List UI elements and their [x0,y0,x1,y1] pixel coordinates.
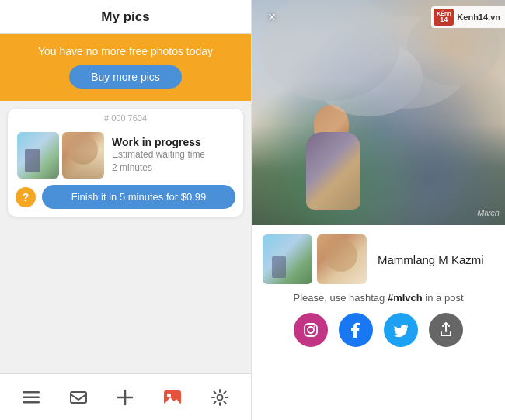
kenh14-logo: KÊnh 14 [434,9,454,26]
card-action-row: ? Finish it in 5 minutes for $0.99 [8,185,243,217]
share-button[interactable] [429,313,463,347]
left-panel: My pics You have no more free photos tod… [0,0,251,420]
banner-message: You have no more free photos today [16,45,235,57]
hashtag-tag: #mlvch [388,292,423,304]
photo-card: # 000 7604 Work in progress Estimated wa… [8,109,243,217]
finish-button[interactable]: Finish it in 5 minutes for $0.99 [42,185,235,209]
kenh14-badge: KÊnh 14 Kenh14.vn [431,6,505,28]
original-thumbnail [263,234,312,284]
right-panel: × KÊnh 14 Kenh14.vn Mlvch [251,0,505,420]
svg-point-16 [314,326,315,328]
hashtag-line: Please, use hashtag #mlvch in a post [294,292,464,304]
twitter-share-button[interactable] [384,313,418,347]
settings-nav-item[interactable] [208,386,232,409]
smoke-overlay [252,0,505,225]
page-title: My pics [101,9,149,25]
left-header: My pics [0,0,251,34]
inbox-nav-item[interactable] [67,386,90,409]
svg-rect-14 [305,324,317,336]
artwork-canvas [252,0,505,225]
bottom-nav [0,373,251,420]
card-id: # 000 7604 [8,109,243,126]
svg-rect-3 [71,392,86,403]
svg-rect-2 [23,401,40,404]
banner: You have no more free photos today Buy m… [0,34,251,101]
instagram-share-button[interactable] [294,313,328,347]
styled-photo-thumb [62,132,104,179]
buy-more-button[interactable]: Buy more pics [69,65,182,89]
close-button-container[interactable]: × [261,6,283,28]
close-button[interactable]: × [261,6,283,28]
watermark: Mlvch [477,208,500,217]
social-row [294,313,463,347]
card-wait-text: Estimated waiting time [112,148,234,161]
username-label: Mammlang M Kazmi [371,234,494,284]
artwork-area: Mlvch [252,0,505,225]
photos-nav-item[interactable] [161,386,184,409]
menu-nav-item[interactable] [19,386,43,409]
svg-point-9 [217,394,222,400]
card-info: Work in progress Estimated waiting time … [112,136,234,175]
svg-rect-7 [167,394,171,397]
kenh14-text: Kenh14.vn [457,12,500,22]
facebook-share-button[interactable] [339,313,373,347]
hashtag-suffix: in a post [423,292,464,304]
card-content: Work in progress Estimated waiting time … [8,126,243,185]
svg-rect-1 [23,396,40,398]
bottom-section: Mammlang M Kazmi Please, use hashtag #ml… [252,225,505,420]
photo-strip: Mammlang M Kazmi [263,234,494,284]
card-wait-time: 2 minutes [112,161,234,175]
svg-rect-0 [23,391,40,394]
card-images [17,132,104,179]
help-button[interactable]: ? [16,187,36,207]
card-status-title: Work in progress [112,136,234,148]
svg-point-15 [308,327,314,333]
styled-thumbnail [317,234,367,284]
add-nav-item[interactable] [113,386,137,409]
hashtag-prefix: Please, use hashtag [294,292,388,304]
original-photo-thumb [17,132,59,179]
